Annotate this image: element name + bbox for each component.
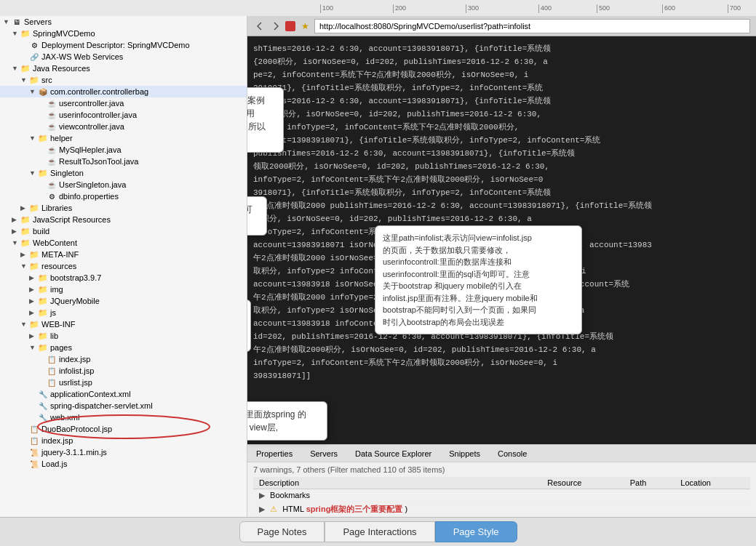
sidebar-item-springmvcdemo[interactable]: ▼ SpringMVCDemo [0,28,247,39]
tab-data-source[interactable]: Data Source Explorer [349,448,437,459]
sidebar-item-dbinfo[interactable]: dbinfo.properties [0,190,247,202]
java-icon-us [47,180,57,190]
code-line: 领取2000积分, isOrNoSee=0, id=202, publishTi… [253,160,750,173]
sidebar-item-metainf[interactable]: ▶ META-INF [0,249,247,260]
sidebar-item-userinfocontroller[interactable]: userinfocontroller.java [0,109,247,121]
tooltip-path: 这里path=infolist;表示访问view=infolist.jsp的页面… [375,225,582,334]
sidebar-label-loadjs: Load.js [41,459,67,468]
sidebar-label-jquerymobile: JQueryMobile [50,297,100,305]
sidebar-item-resources[interactable]: ▼ resources [0,260,247,272]
tab-snippets[interactable]: Snippets [443,448,486,459]
sidebar-label-jquery-min: jquery-3.1.1.min.js [41,448,107,457]
table-row[interactable]: ▶ Bookmarks [253,489,750,502]
sidebar-item-deployment[interactable]: ⚙ Deployment Descriptor: SpringMVCDemo [0,39,247,51]
folder-icon-js [38,308,48,318]
expand-arrow-webinf: ▼ [20,321,28,328]
stop-button[interactable] [285,21,295,31]
expand-arrow-com: ▼ [29,88,36,95]
jsp-icon-duobao [29,424,39,434]
folder-icon-singleton [38,168,48,178]
sidebar-item-jquery-min[interactable]: jquery-3.1.1.min.js [0,446,247,458]
sidebar-item-webcontent[interactable]: ▼ WebContent [0,237,247,249]
sidebar-item-viewcontroller[interactable]: viewcontroller.java [0,121,247,132]
code-line: infoType=2, infoContent=系统下午2点准时领取2000积分… [253,173,750,186]
java-icon-rj [47,156,57,166]
sidebar-item-img[interactable]: ▶ img [0,284,247,295]
address-bar: ★ [247,16,756,36]
sidebar-item-index-jsp[interactable]: index.jsp [0,353,247,365]
sidebar-item-spring-disp[interactable]: spring-dispatcher-servlet.xml [0,400,247,411]
sidebar-item-servers[interactable]: ▼ Servers [0,16,247,28]
sidebar-item-java-resources[interactable]: ▼ Java Resources [0,63,247,74]
col-path[interactable]: Path [624,477,675,489]
sidebar-item-js[interactable]: ▶ js [0,307,247,318]
sidebar-item-helper[interactable]: ▼ helper [0,132,247,144]
sidebar-item-resulttojson[interactable]: ResultToJsonTool.java [0,156,247,167]
page-notes-button[interactable]: Page Notes [239,521,325,542]
sidebar-label-index-jsp: index.jsp [59,355,90,364]
sidebar-item-usercontroller[interactable]: usercontroller.java [0,97,247,109]
sidebar-item-index-jsp2[interactable]: index.jsp [0,435,247,446]
sidebar-item-webxml[interactable]: web.xml [0,411,247,423]
sidebar-item-singleton[interactable]: ▼ Singleton [0,167,247,179]
sidebar-item-src[interactable]: ▼ src [0,74,247,86]
sidebar-item-usrlist-jsp[interactable]: usrlist.jsp [0,377,247,388]
sidebar-item-build[interactable]: ▶ build [0,225,247,237]
table-row[interactable]: ▶ ⚠ HTML spring框架的三个重要配置 ) [253,502,750,517]
code-line: pe=2, infoContent=系统下午2点准时领取2000积分, isOr… [253,68,750,81]
sidebar-item-appctx[interactable]: applicationContext.xml [0,388,247,400]
tab-servers[interactable]: Servers [304,448,343,459]
code-line: 3983918071]] [253,369,750,382]
address-input[interactable] [314,19,750,33]
prop-icon-db [47,191,57,201]
tooltip-controller-text: spring controller层，案例中model层我全使用hash<map… [247,95,266,145]
bookmark-button[interactable]: ★ [298,20,311,33]
sidebar-item-pages[interactable]: ▼ pages [0,342,247,353]
sidebar-label-jsresources: JavaScript Resources [33,215,111,224]
expand-arrow-src: ▼ [20,76,28,84]
service-icon: 🔗 [29,52,39,62]
sidebar-label-infolist-jsp: infolist.jsp [59,366,94,375]
sidebar-item-mysqlhepler[interactable]: MySqlHepler.java [0,144,247,156]
expand-arrow-jqm: ▶ [29,297,36,305]
expand-indicator: ▶ [259,505,265,513]
package-icon: 📦 [38,87,48,97]
forward-button[interactable] [269,20,282,33]
sidebar-item-duobao[interactable]: DuoBaoProtocol.jsp [0,423,247,435]
col-description[interactable]: Description [253,477,541,489]
sidebar-item-usersingleton[interactable]: UserSingleton.java [0,179,247,190]
sidebar-label-servers: Servers [24,17,52,26]
col-location[interactable]: Location [675,477,750,489]
sidebar-label-userinfocontroller: userinfocontroller.java [59,111,137,119]
sidebar-item-jsresources[interactable]: ▶ JavaScript Resources [0,214,247,225]
sidebar-item-infolist-jsp[interactable]: infolist.jsp [0,365,247,377]
page-style-button[interactable]: Page Style [435,521,517,542]
sidebar-item-webinf[interactable]: ▼ WEB-INF [0,318,247,330]
sidebar-item-libraries[interactable]: ▶ Libraries [0,202,247,214]
html-paren: ) [405,505,407,513]
sidebar-item-com-controller[interactable]: ▼ 📦 com.controller.controllerbag [0,86,247,97]
expand-arrow-img: ▶ [29,286,36,293]
expand-arrow-singleton: ▼ [29,169,36,177]
sidebar-label-index-jsp2: index.jsp [41,436,73,445]
col-resource[interactable]: Resource [541,477,624,489]
tab-properties[interactable]: Properties [250,448,298,459]
xml-icon-webxml [38,412,48,422]
page-interactions-button[interactable]: Page Interactions [325,521,434,542]
folder-icon-jqm [38,296,48,306]
back-button[interactable] [253,20,266,33]
sidebar-label-resulttojson: ResultToJsonTool.java [59,157,138,166]
tab-console[interactable]: Console [492,448,533,459]
java-icon-mysql [47,145,57,155]
sidebar-item-bootstrap[interactable]: ▶ bootstrap3.9.7 [0,272,247,284]
sidebar-item-loadjs[interactable]: Load.js [0,458,247,470]
tooltip-pages: pages里面放spring 的view层, [247,401,327,441]
folder-icon-src [29,75,39,85]
sidebar-item-jaxws[interactable]: 🔗 JAX-WS Web Services [0,51,247,63]
sidebar-item-jquerymobile[interactable]: ▶ JQueryMobile [0,295,247,307]
tooltip-pages-text: pages里面放spring 的view层, [247,409,306,433]
folder-icon-springmvc [20,28,31,39]
xml-icon-sd [38,401,48,411]
expand-arrow-lib: ▶ [20,204,28,212]
sidebar-item-lib[interactable]: ▶ lib [0,330,247,342]
